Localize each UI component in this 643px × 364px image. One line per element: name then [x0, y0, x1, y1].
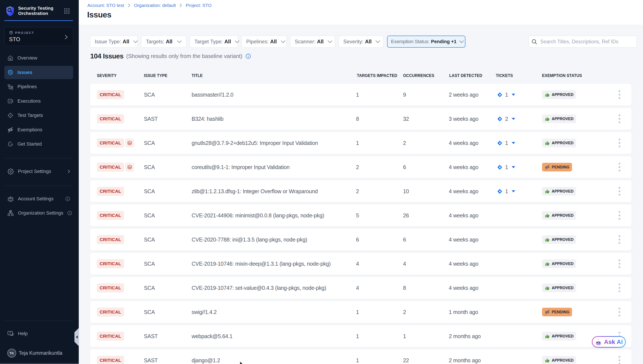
issue-type-cell: SCA [144, 180, 155, 202]
occurrences-cell: 9 [403, 84, 406, 106]
user-menu[interactable]: TK Teja Kummarikuntla [7, 349, 62, 358]
issue-title-cell[interactable]: coreutils@9.1-1: Improper Input Validati… [192, 156, 290, 178]
eye-slash-icon [545, 164, 550, 170]
row-menu-button[interactable] [615, 253, 624, 275]
chevron-down-icon [231, 40, 240, 43]
tickets-cell[interactable]: 1 [497, 156, 515, 178]
sidebar-item-project-settings[interactable]: Project Settings [4, 165, 73, 178]
tickets-cell[interactable]: 1 [497, 132, 515, 154]
issue-title-cell[interactable]: bassmaster//1.2.0 [192, 84, 233, 106]
issue-title-cell[interactable]: B324: hashlib [192, 108, 224, 130]
filter-dropdown-target-type[interactable]: Target Type: All [190, 36, 238, 48]
issue-title-cell[interactable]: CVE-2020-7788: ini@1.3.5 (lang-pkgs, nod… [192, 228, 307, 250]
search-input[interactable] [540, 39, 631, 45]
targets-impacted-cell: 4 [356, 253, 359, 275]
issue-row[interactable]: CRITICAL SAST webpack@5.64.1 1 1 2 month… [90, 325, 631, 347]
filter-dropdown-exemption-status[interactable]: Exemption Status: Pending +1 [387, 36, 465, 48]
ticket-count: 1 [505, 140, 508, 146]
tickets-cell[interactable]: 2 [497, 108, 515, 130]
caret-down-icon[interactable] [511, 93, 515, 96]
issue-row[interactable]: CRITICAL SCA coreutils@9.1-1: Improper I… [90, 156, 631, 178]
tickets-cell[interactable]: 1 [497, 180, 515, 202]
module-grid-icon[interactable] [64, 8, 70, 14]
row-menu-button[interactable] [615, 349, 624, 364]
issue-row[interactable]: CRITICAL SCA swig//1.4.2 1 2 1 month ago… [90, 301, 631, 323]
issue-row[interactable]: CRITICAL SCA CVE-2019-10747: set-value@0… [90, 277, 631, 299]
exemption-status-cell: APPROVED [542, 349, 576, 364]
issue-row[interactable]: CRITICAL SAST django@1.2 1 22 2 months a… [90, 349, 631, 364]
issue-title-cell[interactable]: CVE-2019-10747: set-value@0.4.3 (lang-pk… [192, 277, 326, 299]
sidebar-item-issues[interactable]: Issues [4, 66, 73, 79]
filter-dropdown-severity[interactable]: Severity: All [339, 36, 384, 48]
breadcrumb-link[interactable]: Project: STO [186, 3, 212, 8]
sidebar-item-pipelines[interactable]: Pipelines [4, 80, 73, 93]
issue-title-cell[interactable]: swig//1.4.2 [192, 301, 217, 323]
sidebar-item-overview[interactable]: Overview [4, 51, 73, 65]
row-menu-button[interactable] [615, 277, 624, 299]
jira-icon [497, 140, 502, 146]
avatar: TK [7, 349, 16, 358]
sidebar-nav: Overview Issues Pipelines Executions Tes… [4, 51, 73, 151]
severity-badge: CRITICAL [97, 332, 124, 341]
caret-down-icon[interactable] [511, 190, 515, 192]
row-menu-button[interactable] [615, 204, 624, 226]
severity-cell: CRITICAL [97, 349, 124, 364]
issue-type-cell: SCA [144, 204, 155, 226]
sidebar-item-exemptions[interactable]: Exemptions [4, 123, 73, 136]
issue-row[interactable]: CRITICAL SCA CVE-2019-10746: mixin-deep@… [90, 253, 631, 275]
caret-down-icon[interactable] [511, 142, 515, 144]
issue-title-cell[interactable]: django@1.2 [192, 349, 220, 364]
issue-title-cell[interactable]: CVE-2021-44906: minimist@0.0.8 (lang-pkg… [192, 204, 324, 226]
sidebar-item-get-started[interactable]: Get Started [4, 137, 73, 151]
sidebar-item-executions[interactable]: Executions [4, 94, 73, 108]
sidebar-item-test-targets[interactable]: Test Targets [4, 109, 73, 122]
filter-dropdown-pipelines[interactable]: Pipelines: All [241, 36, 287, 48]
column-header: TITLE [192, 73, 203, 78]
row-menu-button[interactable] [615, 180, 624, 202]
page-header: Account: STO test Organization: default … [79, 0, 643, 25]
row-menu-button[interactable] [615, 228, 624, 250]
row-menu-button[interactable] [615, 301, 624, 323]
issue-row[interactable]: CRITICAL SAST B324: hashlib 8 32 3 weeks… [90, 108, 631, 130]
sidebar-item-help[interactable]: ? Help [4, 327, 73, 340]
issue-title-cell[interactable]: gnutls28@3.7.9-2+deb12u5: Improper Input… [192, 132, 318, 154]
tickets-cell[interactable]: 1 [497, 84, 515, 106]
info-icon[interactable] [246, 54, 251, 59]
filter-dropdown-issue-type[interactable]: Issue Type: All [90, 36, 138, 48]
row-menu-button[interactable] [615, 108, 624, 130]
breadcrumb-link[interactable]: Organization: default [134, 3, 176, 8]
issue-row[interactable]: CRITICAL SCA CVE-2020-7788: ini@1.3.5 (l… [90, 228, 631, 250]
issue-row[interactable]: CRITICAL SCA CVE-2021-44906: minimist@0.… [90, 204, 631, 226]
ask-ai-button[interactable]: Ask AI [592, 336, 626, 348]
severity-cell: CRITICAL [97, 84, 124, 106]
issue-title-cell[interactable]: CVE-2019-10746: mixin-deep@1.3.1 (lang-p… [192, 253, 331, 275]
issue-row[interactable]: CRITICAL SCA zlib@1:1.2.13.dfsg-1: Integ… [90, 180, 631, 202]
filter-dropdown-targets[interactable]: Targets: All [141, 36, 186, 48]
row-menu-button[interactable] [615, 132, 624, 154]
row-menu-button[interactable] [615, 156, 624, 178]
issue-title-cell[interactable]: zlib@1:1.2.13.dfsg-1: Integer Overflow o… [192, 180, 318, 202]
sidebar-collapse-button[interactable] [75, 328, 79, 346]
status-label: APPROVED [552, 117, 573, 121]
breadcrumb-link[interactable]: Account: STO test [87, 3, 124, 8]
search-container [528, 36, 637, 48]
info-icon[interactable] [65, 196, 70, 201]
issues-count-line: 104 Issues (Showing results only from th… [90, 52, 251, 60]
sidebar-item-account-settings[interactable]: Account Settings [4, 192, 73, 206]
sidebar-item-organization-settings[interactable]: Organization Settings [4, 206, 73, 220]
issue-row[interactable]: CRITICAL SCA gnutls28@3.7.9-2+deb12u5: I… [90, 132, 631, 154]
stacked-issues-icon [125, 138, 134, 148]
info-icon[interactable] [67, 211, 72, 216]
status-label: APPROVED [552, 286, 573, 290]
caret-down-icon[interactable] [511, 118, 515, 120]
severity-badge: CRITICAL [97, 162, 124, 172]
issue-row[interactable]: CRITICAL SCA bassmaster//1.2.0 1 9 2 wee… [90, 84, 631, 106]
row-menu-button[interactable] [615, 84, 624, 106]
last-detected-cell: 1 month ago [449, 301, 478, 323]
issue-title-cell[interactable]: webpack@5.64.1 [192, 325, 232, 347]
caret-down-icon[interactable] [511, 166, 515, 168]
project-selector[interactable]: PROJECT STO [4, 27, 73, 46]
chevron-down-icon [129, 40, 138, 43]
filter-dropdown-scanner[interactable]: Scanner: All [290, 36, 335, 48]
column-header: SEVERITY [97, 73, 117, 78]
